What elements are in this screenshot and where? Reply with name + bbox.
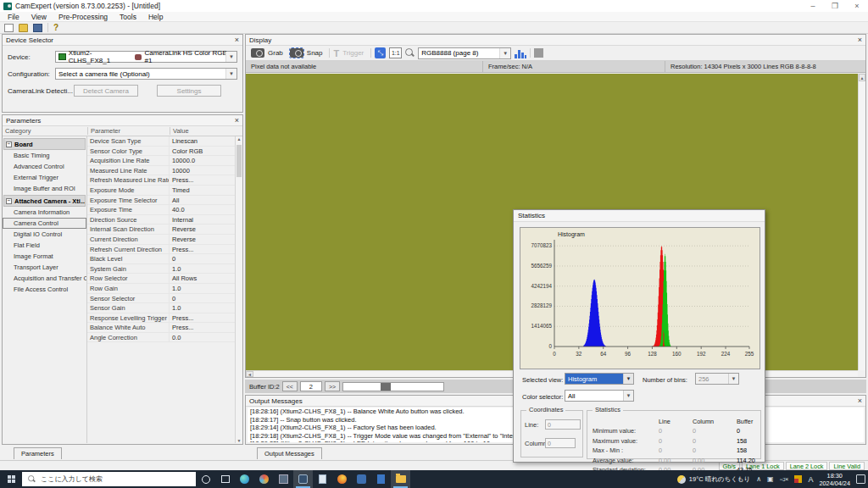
parameter-value[interactable]: 0.0 bbox=[170, 333, 235, 342]
parameter-value[interactable]: Press... bbox=[170, 323, 235, 332]
collapse-icon[interactable]: − bbox=[6, 141, 12, 147]
task-view-icon[interactable] bbox=[215, 470, 235, 488]
parameter-row[interactable]: Internal Scan DirectionReverse bbox=[87, 225, 235, 235]
notification-icon[interactable] bbox=[856, 474, 865, 484]
edge-icon[interactable] bbox=[235, 470, 254, 488]
chevron-down-icon[interactable]: ▼ bbox=[623, 374, 633, 384]
parameter-value[interactable]: 1.0 bbox=[170, 284, 235, 293]
restore-button[interactable]: ❐ bbox=[824, 0, 846, 12]
parameter-value[interactable]: Color RGB bbox=[170, 147, 235, 156]
close-button[interactable]: × bbox=[846, 0, 868, 12]
file-explorer-icon[interactable] bbox=[391, 470, 410, 488]
category-item-camera-control[interactable]: Camera Control bbox=[3, 218, 86, 229]
category-item-image-buffer-and-roi[interactable]: Image Buffer and ROI bbox=[3, 183, 86, 194]
start-button[interactable] bbox=[0, 470, 22, 488]
parameter-value[interactable]: 0 bbox=[170, 254, 235, 263]
parameter-row[interactable]: Current DirectionReverse bbox=[87, 235, 235, 245]
imaging-tool-icon[interactable] bbox=[274, 470, 293, 488]
display-close-icon[interactable]: × bbox=[858, 36, 862, 44]
parameter-row[interactable]: Measured Line Rate10000 bbox=[87, 166, 235, 176]
parameter-row[interactable]: Sensor Gain1.0 bbox=[87, 303, 235, 313]
camexpert-taskbar-icon[interactable] bbox=[293, 470, 313, 488]
parameter-row[interactable]: Exposure Time40.0 bbox=[87, 205, 235, 215]
parameter-row[interactable]: Angle Correction0.0 bbox=[87, 333, 235, 343]
category-item-flat-field[interactable]: Flat Field bbox=[3, 240, 86, 251]
grab-icon[interactable] bbox=[251, 48, 264, 58]
parameter-value[interactable]: Press... bbox=[170, 313, 235, 323]
volume-icon[interactable]: ◅× bbox=[780, 475, 789, 483]
snap-button[interactable]: Snap bbox=[307, 49, 323, 57]
parameter-row[interactable]: Device Scan TypeLinescan bbox=[87, 136, 235, 147]
parameter-row[interactable]: Sensor Selector0 bbox=[87, 294, 235, 304]
pixel-format-combobox[interactable]: RGB8888 (page 8) ▼ bbox=[418, 47, 511, 59]
parameter-row[interactable]: Exposure ModeTimed bbox=[87, 186, 235, 196]
weather-widget[interactable]: 19°C 晴れのちくもり bbox=[677, 475, 750, 484]
save-icon[interactable] bbox=[33, 24, 42, 32]
calculator-icon[interactable] bbox=[371, 470, 391, 488]
tray-expand-icon[interactable]: ∧ bbox=[756, 475, 761, 483]
scroll-up-icon[interactable]: ▲ bbox=[859, 74, 865, 81]
cortana-icon[interactable] bbox=[196, 470, 215, 488]
category-group-attached-camera-xti[interactable]: −Attached Camera - Xti... bbox=[3, 195, 86, 207]
chevron-down-icon[interactable]: ▼ bbox=[499, 48, 510, 58]
detect-camera-button[interactable]: Detect Camera bbox=[74, 85, 138, 97]
parameter-row[interactable]: Exposure Time SelectorAll bbox=[87, 196, 235, 206]
parameter-value[interactable]: Internal bbox=[170, 215, 235, 225]
menu-tools[interactable]: Tools bbox=[114, 12, 142, 21]
snap-icon[interactable] bbox=[290, 48, 303, 58]
fit-to-screen-icon[interactable]: ⤡ bbox=[375, 47, 386, 58]
selected-view-combobox[interactable]: Histogram ▼ bbox=[565, 373, 634, 385]
parameter-value[interactable]: 40.0 bbox=[170, 205, 235, 214]
parameter-row[interactable]: System Gain1.0 bbox=[87, 264, 235, 274]
device-selector-close-icon[interactable]: × bbox=[235, 36, 239, 44]
category-item-image-format[interactable]: Image Format bbox=[3, 251, 86, 262]
one-to-one-icon[interactable]: 1:1 bbox=[389, 47, 402, 58]
taskbar-search-input[interactable]: ここに入力して検索 bbox=[22, 472, 196, 486]
parameter-row[interactable]: Balance White AutoPress... bbox=[87, 323, 235, 333]
parameter-row[interactable]: Response Levelling TriggerPress... bbox=[87, 313, 235, 324]
vertical-scrollbar[interactable]: ▲ bbox=[858, 74, 865, 370]
parameter-value[interactable]: Reverse bbox=[170, 235, 235, 244]
menu-file[interactable]: File bbox=[2, 12, 25, 21]
category-item-transport-layer[interactable]: Transport Layer bbox=[3, 262, 86, 273]
buffer-next-button[interactable]: >> bbox=[325, 381, 340, 391]
parameter-value[interactable]: All Rows bbox=[170, 274, 235, 283]
category-item-basic-timing[interactable]: Basic Timing bbox=[3, 150, 86, 161]
chevron-down-icon[interactable]: ▼ bbox=[225, 69, 236, 79]
parameter-row[interactable]: Refresh Measured Line RatePress... bbox=[87, 175, 235, 186]
taskbar-clock[interactable]: 18:30 2024/04/24 bbox=[819, 472, 850, 487]
parameter-value[interactable]: All bbox=[170, 196, 235, 205]
parameter-row[interactable]: Row SelectorAll Rows bbox=[87, 274, 235, 284]
parameter-row[interactable]: Refresh Current DirectionPress... bbox=[87, 245, 235, 255]
category-group-board[interactable]: −Board bbox=[3, 138, 86, 150]
grab-button[interactable]: Grab bbox=[268, 49, 283, 57]
parameter-table-scrollbar[interactable]: ▲▼ bbox=[235, 136, 242, 443]
menu-view[interactable]: View bbox=[25, 12, 53, 21]
category-item-acquisition-and-transfer-c[interactable]: Acquisition and Transfer C... bbox=[3, 273, 86, 284]
histogram-tool-icon[interactable] bbox=[515, 48, 526, 58]
settings-button[interactable]: Settings bbox=[157, 85, 221, 97]
category-item-file-access-control[interactable]: File Access Control bbox=[3, 284, 86, 295]
minimize-button[interactable]: – bbox=[802, 0, 824, 12]
onedrive-icon[interactable]: ▣ bbox=[767, 475, 774, 483]
parameter-row[interactable]: Row Gain1.0 bbox=[87, 284, 235, 294]
new-file-icon[interactable] bbox=[4, 24, 14, 32]
device-combobox[interactable]: Xtium2-CLHS_FX8_1 CameraLink HS Color RG… bbox=[55, 51, 237, 63]
parameter-value[interactable]: Timed bbox=[170, 186, 235, 195]
magnifier-icon[interactable] bbox=[405, 48, 415, 58]
parameter-value[interactable]: Linescan bbox=[170, 136, 235, 146]
parameter-value[interactable]: 1.0 bbox=[170, 264, 235, 274]
parameter-row[interactable]: Sensor Color TypeColor RGB bbox=[87, 147, 235, 157]
color-selector-combobox[interactable]: All ▼ bbox=[565, 390, 634, 402]
parameters-tab[interactable]: Parameters bbox=[14, 447, 62, 459]
category-item-digital-io-control[interactable]: Digital IO Control bbox=[3, 229, 86, 240]
category-item-camera-information[interactable]: Camera Information bbox=[3, 207, 86, 218]
parameter-value[interactable]: 10000.0 bbox=[170, 156, 235, 165]
parameter-row[interactable]: Acquisition Line Rate10000.0 bbox=[87, 156, 235, 166]
paint-app-icon[interactable] bbox=[254, 470, 274, 488]
chevron-down-icon[interactable]: ▼ bbox=[623, 391, 633, 401]
configuration-combobox[interactable]: Select a camera file (Optional) ▼ bbox=[55, 68, 237, 80]
output-messages-tab[interactable]: Output Messages bbox=[257, 447, 322, 459]
buffer-prev-button[interactable]: << bbox=[282, 381, 298, 391]
notepad-icon[interactable] bbox=[313, 470, 332, 488]
